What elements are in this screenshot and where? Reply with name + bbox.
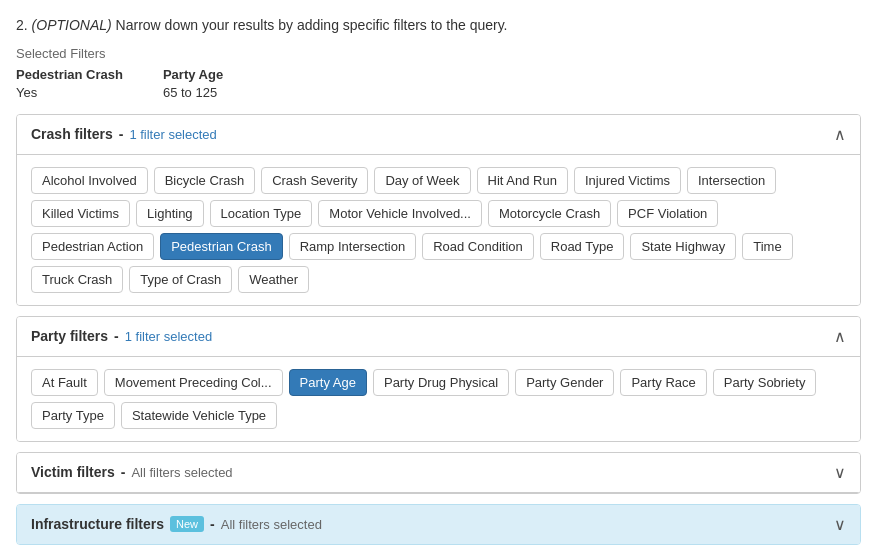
chevron-party: ∧ [834,327,846,346]
tag-pcf-violation[interactable]: PCF Violation [617,200,718,227]
chevron-infrastructure: ∨ [834,515,846,534]
tag-location-type[interactable]: Location Type [210,200,313,227]
section-body-crash: Alcohol InvolvedBicycle CrashCrash Sever… [17,155,860,305]
tag-party-race[interactable]: Party Race [620,369,706,396]
section-header-party[interactable]: Party filters - 1 filter selected∧ [17,317,860,357]
tag-time[interactable]: Time [742,233,792,260]
tag-weather[interactable]: Weather [238,266,309,293]
tag-motor-vehicle-involved[interactable]: Motor Vehicle Involved... [318,200,482,227]
section-title-party: Party filters - 1 filter selected [31,328,212,344]
tag-statewide-vehicle-type[interactable]: Statewide Vehicle Type [121,402,277,429]
step-number: 2. [16,17,28,33]
chevron-victim: ∨ [834,463,846,482]
section-header-victim[interactable]: Victim filters - All filters selected∨ [17,453,860,493]
section-title-text-party: Party filters [31,328,108,344]
section-infrastructure: Infrastructure filtersNew - All filters … [16,504,861,545]
tag-injured-victims[interactable]: Injured Victims [574,167,681,194]
section-count-party: 1 filter selected [125,329,212,344]
tag-pedestrian-crash[interactable]: Pedestrian Crash [160,233,282,260]
section-dash: - [114,328,119,344]
filter-item-label: Pedestrian Crash [16,67,123,82]
selected-filters-grid: Pedestrian CrashYesParty Age65 to 125 [16,67,861,100]
new-badge: New [170,516,204,532]
step-optional: (OPTIONAL) [32,17,112,33]
tag-intersection[interactable]: Intersection [687,167,776,194]
section-count-infrastructure: All filters selected [221,517,322,532]
filter-item-value: 65 to 125 [163,85,217,100]
tag-party-age[interactable]: Party Age [289,369,367,396]
section-victim: Victim filters - All filters selected∨ [16,452,861,494]
section-header-infrastructure[interactable]: Infrastructure filtersNew - All filters … [17,505,860,544]
section-dash: - [121,464,126,480]
step-header: 2. (OPTIONAL) Narrow down your results b… [16,16,861,36]
tag-movement-preceding-col[interactable]: Movement Preceding Col... [104,369,283,396]
section-crash: Crash filters - 1 filter selected∧Alcoho… [16,114,861,306]
section-header-crash[interactable]: Crash filters - 1 filter selected∧ [17,115,860,155]
tag-truck-crash[interactable]: Truck Crash [31,266,123,293]
section-count-victim: All filters selected [131,465,232,480]
tag-bicycle-crash[interactable]: Bicycle Crash [154,167,255,194]
sections-container: Crash filters - 1 filter selected∧Alcoho… [16,114,861,545]
section-title-text-infrastructure: Infrastructure filters [31,516,164,532]
selected-filters-label: Selected Filters [16,46,861,61]
selected-filter-item: Party Age65 to 125 [163,67,223,100]
filter-item-label: Party Age [163,67,223,82]
filter-item-value: Yes [16,85,37,100]
section-count-crash: 1 filter selected [129,127,216,142]
tag-at-fault[interactable]: At Fault [31,369,98,396]
tag-party-drug-physical[interactable]: Party Drug Physical [373,369,509,396]
step-description: Narrow down your results by adding speci… [116,17,508,33]
tag-party-type[interactable]: Party Type [31,402,115,429]
tag-road-type[interactable]: Road Type [540,233,625,260]
tag-party-gender[interactable]: Party Gender [515,369,614,396]
tag-killed-victims[interactable]: Killed Victims [31,200,130,227]
tag-lighting[interactable]: Lighting [136,200,204,227]
tag-hit-and-run[interactable]: Hit And Run [477,167,568,194]
section-body-party: At FaultMovement Preceding Col...Party A… [17,357,860,441]
section-title-victim: Victim filters - All filters selected [31,464,233,480]
tag-road-condition[interactable]: Road Condition [422,233,534,260]
section-title-text-victim: Victim filters [31,464,115,480]
tag-ramp-intersection[interactable]: Ramp Intersection [289,233,417,260]
section-dash: - [210,516,215,532]
section-dash: - [119,126,124,142]
section-title-infrastructure: Infrastructure filtersNew - All filters … [31,516,322,532]
tags-crash: Alcohol InvolvedBicycle CrashCrash Sever… [31,167,846,293]
tag-alcohol-involved[interactable]: Alcohol Involved [31,167,148,194]
tag-motorcycle-crash[interactable]: Motorcycle Crash [488,200,611,227]
selected-filters-section: Selected Filters Pedestrian CrashYesPart… [16,46,861,100]
section-party: Party filters - 1 filter selected∧At Fau… [16,316,861,442]
section-title-text-crash: Crash filters [31,126,113,142]
selected-filter-item: Pedestrian CrashYes [16,67,123,100]
tag-state-highway[interactable]: State Highway [630,233,736,260]
tag-type-of-crash[interactable]: Type of Crash [129,266,232,293]
chevron-crash: ∧ [834,125,846,144]
tag-pedestrian-action[interactable]: Pedestrian Action [31,233,154,260]
tag-crash-severity[interactable]: Crash Severity [261,167,368,194]
tag-party-sobriety[interactable]: Party Sobriety [713,369,817,396]
section-title-crash: Crash filters - 1 filter selected [31,126,217,142]
tag-day-of-week[interactable]: Day of Week [374,167,470,194]
tags-party: At FaultMovement Preceding Col...Party A… [31,369,846,429]
